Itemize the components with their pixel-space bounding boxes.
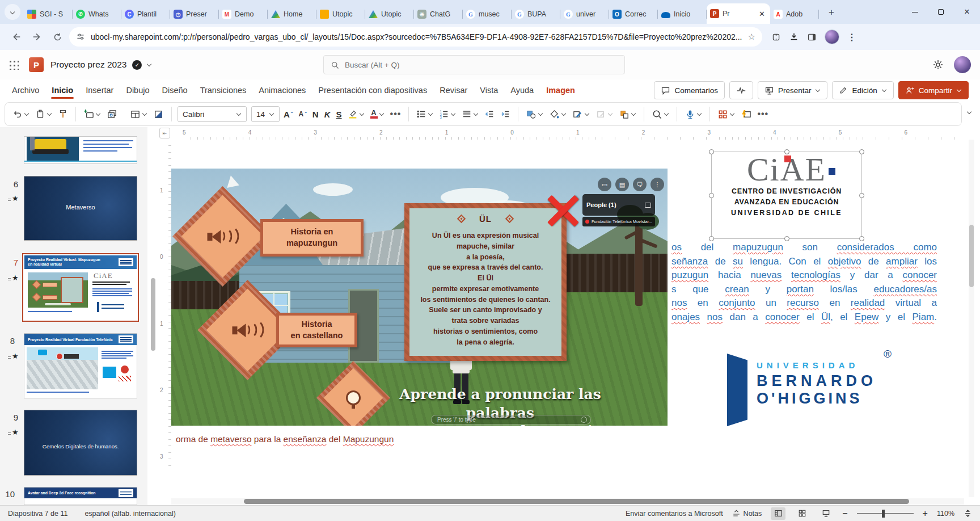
thumbnail-panel-scrollbar[interactable] — [151, 278, 155, 351]
site-settings-icon[interactable] — [76, 32, 85, 41]
ribbon-tab[interactable]: Ayuda — [504, 81, 540, 99]
numbering-button[interactable]: 123 — [437, 107, 458, 121]
horizontal-scroll-thumb[interactable] — [244, 499, 909, 504]
browser-tab[interactable]: Utopic ✕ — [316, 5, 365, 24]
shapes-button[interactable] — [524, 107, 545, 121]
shape-fill-button[interactable] — [547, 107, 568, 121]
activity-button[interactable] — [729, 81, 753, 99]
bold-button[interactable]: N — [311, 110, 320, 119]
ribbon-tab[interactable]: Inicio — [45, 81, 79, 99]
browser-tab[interactable]: Utopic ✕ — [365, 5, 414, 24]
forward-icon[interactable] — [28, 28, 45, 45]
layout-button[interactable] — [128, 107, 149, 121]
canvas-horizontal-scrollbar[interactable] — [171, 498, 964, 505]
shape-effects-button[interactable] — [594, 107, 615, 121]
bookmark-star-icon[interactable]: ☆ — [747, 32, 755, 42]
canvas-vertical-scrollbar[interactable] — [969, 140, 974, 497]
browser-tab[interactable]: SGI - S ✕ — [24, 5, 73, 24]
tab-close-icon[interactable]: ✕ — [757, 10, 767, 18]
designer-pane-button[interactable] — [739, 107, 753, 121]
language-indicator[interactable]: español (alfab. internacional) — [85, 510, 176, 518]
browser-tab[interactable]: M Demo ✕ — [219, 5, 268, 24]
ribbon-tab[interactable]: Transiciones — [194, 81, 253, 99]
browser-profile-avatar[interactable] — [825, 30, 839, 44]
browser-tab[interactable]: ◷ Preser ✕ — [170, 5, 219, 24]
slide-image-metaverse[interactable]: Historia enmapuzungun Historiaen castell… — [171, 169, 668, 426]
vertical-scroll-thumb[interactable] — [969, 225, 974, 287]
browser-tab[interactable]: G BUPA ✕ — [512, 5, 560, 24]
fit-to-window-button[interactable] — [964, 509, 972, 518]
back-icon[interactable] — [8, 28, 25, 45]
tab-search-button[interactable] — [5, 4, 20, 20]
title-chevron-icon[interactable] — [147, 61, 151, 66]
align-button[interactable] — [460, 107, 480, 121]
editing-chevron-icon[interactable] — [881, 87, 886, 91]
zoom-in-button[interactable]: + — [923, 509, 928, 519]
underline-button[interactable]: S — [335, 110, 344, 119]
slide-8-thumbnail[interactable]: Proyecto Realidad Virtual Fundación Tele… — [24, 333, 137, 398]
decrease-indent-button[interactable] — [483, 107, 496, 121]
slide-sorter-view-button[interactable] — [795, 507, 809, 520]
zoom-level[interactable]: 110% — [937, 510, 954, 518]
browser-tab[interactable]: A Adob ✕ — [770, 5, 819, 24]
zoom-out-button[interactable]: − — [842, 509, 847, 519]
url-text[interactable]: ubocl-my.sharepoint.com/:p:/r/personal/p… — [91, 32, 742, 41]
share-button[interactable]: Compartir — [898, 81, 969, 99]
search-input[interactable]: Buscar (Alt + Q) — [323, 55, 625, 74]
ribbon-tab[interactable]: Animaciones — [252, 81, 312, 99]
normal-view-button[interactable] — [771, 507, 785, 520]
ciae-logo-object[interactable]: CiAE CENTRO DE INVESTIGACIÓN AVANZADA EN… — [711, 152, 862, 239]
zoom-slider-knob[interactable] — [882, 510, 885, 518]
dictate-button[interactable] — [683, 107, 704, 121]
italic-button[interactable]: K — [323, 110, 332, 119]
ribbon-tab[interactable]: Presentación con diapositivas — [312, 81, 433, 99]
arrange-button[interactable] — [617, 107, 638, 121]
new-tab-button[interactable]: + — [823, 5, 839, 20]
settings-gear-icon[interactable] — [932, 59, 944, 70]
slide-9-thumbnail[interactable]: Gemelos Digitales de humanos. — [24, 410, 137, 476]
editing-mode-button[interactable]: Edición — [832, 81, 893, 99]
ribbon-tab[interactable]: Dibujo — [120, 81, 155, 99]
more-toolbar-button[interactable]: ••• — [755, 107, 770, 121]
window-maximize-button[interactable] — [928, 0, 954, 24]
new-slide-button[interactable] — [82, 107, 103, 121]
bullets-button[interactable] — [415, 107, 435, 121]
download-icon[interactable] — [789, 32, 799, 42]
shrink-font-button[interactable]: Aˇ — [297, 110, 309, 118]
slide-canvas[interactable]: Historia enmapuzungun Historiaen castell… — [171, 140, 964, 497]
notes-toggle[interactable]: Notas — [732, 509, 762, 518]
font-size-select[interactable]: 14 — [251, 106, 280, 122]
document-title[interactable]: Proyecto prez 2023 — [50, 60, 126, 70]
paste-button[interactable] — [33, 107, 54, 121]
reload-icon[interactable] — [49, 28, 66, 45]
reset-slide-button[interactable] — [151, 107, 166, 121]
present-button[interactable]: Presentar — [758, 81, 828, 99]
grow-font-button[interactable]: Aˆ — [282, 110, 295, 119]
font-color-button[interactable]: A — [369, 108, 386, 120]
selection-handle[interactable] — [709, 193, 714, 198]
find-button[interactable] — [650, 107, 671, 121]
ribbon-tab[interactable]: Diseño — [156, 81, 194, 99]
slide-6-thumbnail[interactable]: Metaverso — [24, 176, 137, 241]
slide-7-thumbnail[interactable]: Proyecto Realidad Virtual: Mapuzugun en … — [24, 255, 137, 320]
comments-button[interactable]: Comentarios — [654, 81, 725, 99]
figure-caption[interactable]: orma de metaverso para la enseñanza del … — [176, 434, 394, 444]
increase-indent-button[interactable] — [499, 107, 512, 121]
browser-tab[interactable]: ✆ Whats ✕ — [73, 5, 121, 24]
ribbon-tab[interactable]: Insertar — [79, 81, 120, 99]
zoom-slider[interactable] — [857, 513, 914, 514]
slide-10-thumbnail[interactable]: Avatar and Deep 3d Face recognition — [24, 487, 137, 505]
powerpoint-logo[interactable]: P — [29, 57, 44, 72]
app-launcher-icon[interactable] — [9, 60, 19, 70]
browser-tab[interactable]: G univer ✕ — [560, 5, 609, 24]
more-font-options-button[interactable]: ••• — [388, 107, 403, 121]
browser-tab[interactable]: C Plantil ✕ — [121, 5, 170, 24]
slide-body-text[interactable]: os del mapuzugun son considerados comose… — [671, 241, 937, 325]
highlight-color-button[interactable] — [346, 107, 366, 121]
selection-handle[interactable] — [709, 149, 714, 154]
collapse-ribbon-icon[interactable] — [967, 110, 971, 114]
saved-status-icon[interactable]: ✓ — [132, 60, 142, 70]
url-omnibox[interactable]: ubocl-my.sharepoint.com/:p:/r/personal/p… — [69, 27, 762, 47]
browser-tab[interactable]: ✳ ChatG ✕ — [414, 5, 463, 24]
ribbon-tab[interactable]: Imagen — [540, 81, 581, 99]
